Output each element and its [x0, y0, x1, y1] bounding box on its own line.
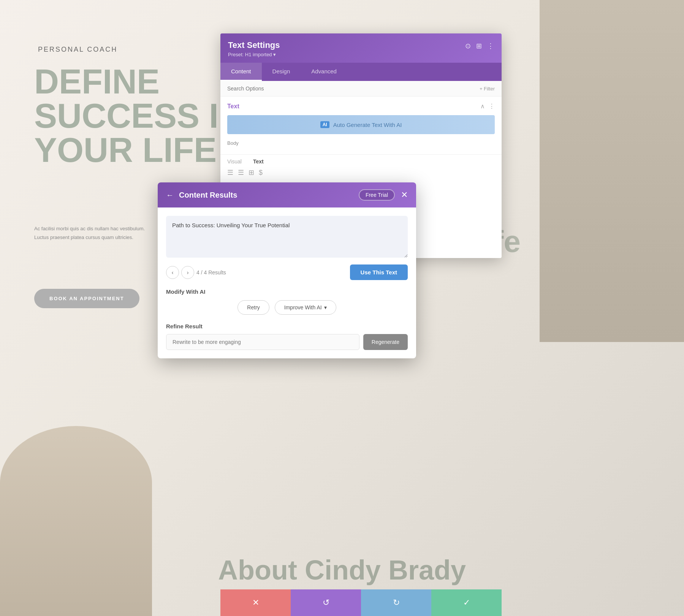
- result-textarea[interactable]: Path to Success: Unveiling Your True Pot…: [166, 216, 408, 258]
- section-header-icons: ∧ ⋮: [480, 103, 495, 110]
- panel-header: Text Settings Preset: H1 imported ▾ ⊙ ⊞ …: [220, 33, 502, 63]
- tab-visual[interactable]: Visual: [227, 158, 242, 165]
- filter-button[interactable]: + Filter: [480, 86, 495, 92]
- use-this-text-button[interactable]: Use This Text: [350, 264, 408, 280]
- hero-body-text: Ac facilisi morbi quis ac dis nullam hac…: [34, 224, 156, 242]
- refine-section: Refine Result Regenerate: [166, 323, 408, 350]
- visual-text-tabs: Visual Text: [227, 158, 495, 165]
- focus-icon[interactable]: ⊙: [465, 42, 471, 50]
- panel-title-group: Text Settings Preset: H1 imported ▾: [228, 40, 280, 57]
- section-header: Text ∧ ⋮: [227, 103, 495, 110]
- result-count: 4 / 4 Results: [196, 269, 226, 276]
- cancel-button[interactable]: ✕: [220, 589, 291, 616]
- ai-icon: AI: [320, 121, 329, 128]
- chevron-up-icon[interactable]: ∧: [480, 103, 485, 110]
- refine-row: Regenerate: [166, 334, 408, 350]
- hero-title-line3: YOUR LIFE: [34, 133, 243, 167]
- align-center-icon[interactable]: ☰: [238, 168, 244, 177]
- next-result-button[interactable]: ›: [181, 266, 194, 279]
- modify-title: Modify With AI: [166, 288, 408, 295]
- redo-button[interactable]: ↻: [361, 589, 431, 616]
- modal-title-group: ← Content Results: [166, 191, 237, 200]
- table-icon[interactable]: ⊞: [249, 168, 254, 177]
- modify-buttons: Retry Improve With AI ▾: [166, 300, 408, 315]
- result-navigation: ‹ › 4 / 4 Results Use This Text: [166, 264, 408, 280]
- modify-section: Modify With AI Retry Improve With AI ▾: [166, 288, 408, 315]
- right-panel-bg: [540, 0, 684, 342]
- align-left-icon[interactable]: ☰: [227, 168, 233, 177]
- grid-icon[interactable]: ⊞: [476, 42, 482, 50]
- text-section: Text ∧ ⋮ AI Auto Generate Text With AI B…: [220, 97, 502, 154]
- more-options-icon[interactable]: ⋮: [487, 42, 494, 50]
- free-trial-badge: Free Trial: [359, 189, 395, 201]
- hero-title-line1: DEFINE: [34, 65, 243, 99]
- modal-title: Content Results: [179, 191, 237, 200]
- undo-button[interactable]: ↺: [291, 589, 361, 616]
- tab-text[interactable]: Text: [253, 158, 264, 165]
- hero-title-line2: SUCCESS IN: [34, 99, 243, 133]
- improve-with-ai-button[interactable]: Improve With AI ▾: [275, 300, 336, 315]
- modal-header-right: Free Trial ✕: [359, 189, 408, 201]
- ai-generate-label: Auto Generate Text With AI: [333, 122, 402, 128]
- tab-content[interactable]: Content: [220, 63, 262, 81]
- refine-title: Refine Result: [166, 323, 408, 329]
- tab-advanced[interactable]: Advanced: [301, 63, 347, 81]
- panel-header-icons: ⊙ ⊞ ⋮: [465, 42, 494, 50]
- search-bar: + Filter: [220, 81, 502, 97]
- improve-label: Improve With AI: [284, 304, 322, 310]
- dropdown-icon: ▾: [324, 304, 327, 310]
- close-icon[interactable]: ✕: [401, 190, 408, 200]
- panel-preset[interactable]: Preset: H1 imported ▾: [228, 52, 280, 57]
- ai-generate-button[interactable]: AI Auto Generate Text With AI: [227, 115, 495, 134]
- currency-icon[interactable]: $: [259, 169, 263, 177]
- retry-button[interactable]: Retry: [238, 300, 269, 315]
- section-more-icon[interactable]: ⋮: [489, 103, 495, 110]
- book-appointment-button[interactable]: BOOK AN APPOINTMENT: [34, 289, 139, 308]
- hero-title: DEFINE SUCCESS IN YOUR LIFE: [34, 65, 243, 167]
- panel-tabs: Content Design Advanced: [220, 63, 502, 81]
- confirm-button[interactable]: ✓: [431, 589, 502, 616]
- nav-arrows: ‹ › 4 / 4 Results: [166, 266, 226, 279]
- tab-design[interactable]: Design: [262, 63, 301, 81]
- about-text: About Cindy Brady: [218, 554, 466, 586]
- visual-text-section: Visual Text ☰ ☰ ⊞ $: [220, 154, 502, 182]
- body-label: Body: [227, 140, 495, 146]
- back-icon[interactable]: ←: [166, 191, 174, 200]
- personal-coach-label: PERSONAL COACH: [38, 46, 117, 54]
- modal-header: ← Content Results Free Trial ✕: [158, 182, 416, 207]
- modal-body: Path to Success: Unveiling Your True Pot…: [158, 207, 416, 358]
- refine-input[interactable]: [166, 334, 359, 350]
- format-icons: ☰ ☰ ⊞ $: [227, 168, 495, 177]
- content-results-modal: ← Content Results Free Trial ✕ Path to S…: [158, 182, 416, 358]
- panel-title: Text Settings: [228, 40, 280, 50]
- bottom-face-bg: [0, 426, 152, 616]
- regenerate-button[interactable]: Regenerate: [363, 334, 408, 350]
- prev-result-button[interactable]: ‹: [166, 266, 179, 279]
- bottom-toolbar: ✕ ↺ ↻ ✓: [220, 589, 502, 616]
- search-input[interactable]: [227, 86, 480, 92]
- section-title: Text: [227, 103, 239, 110]
